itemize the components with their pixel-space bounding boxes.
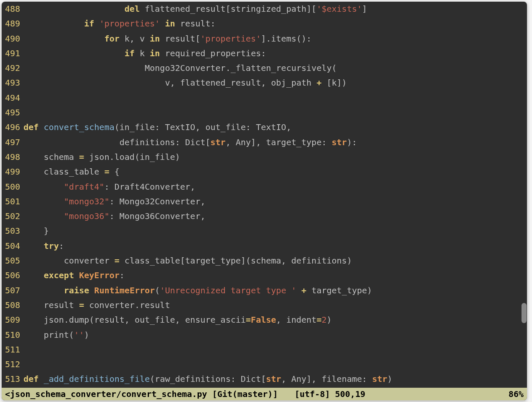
code-line[interactable]: 502 "mongo36": Mongo36Converter, — [2, 209, 527, 224]
line-content[interactable]: del flattened_result[stringized_path]['$… — [23, 2, 527, 16]
code-line[interactable]: 508 result = converter.result — [2, 298, 527, 313]
line-content[interactable]: result = converter.result — [23, 298, 527, 313]
code-line[interactable]: 500 "draft4": Draft4Converter, — [2, 180, 527, 194]
code-line[interactable]: 490 for k, v in result['properties'].ite… — [2, 31, 527, 46]
code-token: "draft4" — [64, 182, 104, 192]
line-content[interactable]: for k, v in result['properties'].items()… — [23, 31, 527, 46]
code-token — [23, 211, 64, 221]
scrollbar-thumb[interactable] — [522, 303, 527, 323]
code-line[interactable]: 504 try: — [2, 239, 527, 253]
line-content[interactable]: "mongo36": Mongo36Converter, — [23, 209, 527, 224]
code-line[interactable]: 511 — [2, 342, 527, 357]
line-content[interactable]: raise RuntimeError('Unrecognized target … — [23, 283, 527, 298]
line-content[interactable] — [23, 357, 527, 372]
code-token: if — [84, 18, 94, 29]
line-content[interactable]: converter = class_table[target_type](sch… — [23, 253, 527, 268]
code-line[interactable]: 501 "mongo32": Mongo32Converter, — [2, 194, 527, 209]
code-line[interactable]: 496def convert_schema(in_file: TextIO, o… — [2, 120, 527, 135]
line-content[interactable] — [23, 342, 527, 357]
code-token: + — [316, 78, 321, 88]
code-line[interactable]: 505 converter = class_table[target_type]… — [2, 253, 527, 268]
code-token: if — [125, 48, 135, 58]
code-line[interactable]: 492 Mongo32Converter._flatten_recursivel… — [2, 61, 527, 76]
code-token: : — [59, 241, 64, 251]
line-number: 488 — [2, 2, 23, 16]
code-line[interactable]: 507 raise RuntimeError('Unrecognized tar… — [2, 283, 527, 298]
code-token: = — [316, 315, 321, 325]
code-token: , indent — [276, 315, 316, 325]
code-line[interactable]: 498 schema = json.load(in_file) — [2, 150, 527, 164]
line-number: 498 — [2, 150, 23, 164]
code-token — [39, 374, 44, 384]
scrollbar-track[interactable] — [521, 2, 527, 388]
code-area[interactable]: 488 del flattened_result[stringized_path… — [2, 2, 527, 388]
code-token — [23, 4, 125, 14]
code-token: json.dump(result, out_file, ensure_ascii — [23, 315, 246, 325]
line-number: 499 — [2, 164, 23, 179]
code-line[interactable]: 488 del flattened_result[stringized_path… — [2, 2, 527, 16]
line-content[interactable]: schema = json.load(in_file) — [23, 150, 527, 164]
code-line[interactable]: 506 except KeyError: — [2, 268, 527, 283]
code-token: , Any], filename: — [281, 374, 372, 384]
code-token: try — [44, 241, 59, 251]
line-content[interactable]: class_table = { — [23, 164, 527, 179]
code-line[interactable]: 499 class_table = { — [2, 164, 527, 179]
code-line[interactable]: 513def _add_definitions_file(raw_definit… — [2, 372, 527, 386]
line-content[interactable]: if k in required_properties: — [23, 46, 527, 61]
status-percent: 86% — [365, 388, 524, 400]
code-token: converter — [23, 256, 115, 266]
line-content[interactable]: v, flattened_result, obj_path + [k]) — [23, 76, 527, 90]
line-content[interactable]: except KeyError: — [23, 268, 527, 283]
line-content[interactable] — [23, 105, 527, 120]
code-token: del — [125, 4, 140, 14]
line-content[interactable]: json.dump(result, out_file, ensure_ascii… — [23, 313, 527, 327]
code-line[interactable]: 493 v, flattened_result, obj_path + [k]) — [2, 76, 527, 90]
line-number: 511 — [2, 342, 23, 357]
line-number: 501 — [2, 194, 23, 209]
code-line[interactable]: 509 json.dump(result, out_file, ensure_a… — [2, 313, 527, 327]
code-line[interactable]: 491 if k in required_properties: — [2, 46, 527, 61]
code-token — [160, 18, 165, 29]
line-content[interactable]: def convert_schema(in_file: TextIO, out_… — [23, 120, 527, 135]
code-line[interactable]: 494 — [2, 91, 527, 105]
code-token: str — [211, 137, 226, 147]
line-content[interactable]: "mongo32": Mongo32Converter, — [23, 194, 527, 209]
code-token: : Mongo36Converter, — [110, 211, 206, 221]
line-number: 489 — [2, 16, 23, 31]
line-number: 495 — [2, 105, 23, 120]
status-cursor: 500,19 — [330, 388, 365, 400]
line-content[interactable] — [23, 91, 527, 105]
status-bar: <json_schema_converter/convert_schema.py… — [2, 388, 527, 400]
code-token: ) — [387, 374, 392, 384]
code-token: KeyError — [79, 270, 119, 280]
code-token: = — [246, 315, 251, 325]
code-line[interactable]: 512 — [2, 357, 527, 372]
code-token: str — [372, 374, 387, 384]
line-number: 493 — [2, 76, 23, 90]
code-token — [23, 34, 104, 44]
code-token: 2 — [321, 315, 326, 325]
code-token: '' — [74, 330, 84, 340]
editor-window: 488 del flattened_result[stringized_path… — [2, 2, 527, 400]
line-content[interactable]: print('') — [23, 328, 527, 342]
code-token: + — [301, 285, 306, 295]
code-token: ] — [362, 4, 367, 14]
line-content[interactable]: } — [23, 224, 527, 238]
line-number: 506 — [2, 268, 23, 283]
line-number: 508 — [2, 298, 23, 313]
line-content[interactable]: definitions: Dict[str, Any], target_type… — [23, 135, 527, 150]
line-content[interactable]: Mongo32Converter._flatten_recursively( — [23, 61, 527, 76]
code-line[interactable]: 503 } — [2, 224, 527, 238]
code-line[interactable]: 495 — [2, 105, 527, 120]
line-content[interactable]: "draft4": Draft4Converter, — [23, 180, 527, 194]
code-line[interactable]: 497 definitions: Dict[str, Any], target_… — [2, 135, 527, 150]
code-token: required_properties: — [160, 48, 266, 58]
code-line[interactable]: 489 if 'properties' in result: — [2, 16, 527, 31]
line-content[interactable]: try: — [23, 239, 527, 253]
code-line[interactable]: 510 print('') — [2, 328, 527, 342]
line-content[interactable]: if 'properties' in result: — [23, 16, 527, 31]
line-content[interactable]: def _add_definitions_file(raw_definition… — [23, 372, 527, 386]
code-token: : Draft4Converter, — [104, 182, 196, 192]
code-token: "mongo36" — [64, 211, 109, 221]
code-token: 'properties' — [200, 34, 261, 44]
